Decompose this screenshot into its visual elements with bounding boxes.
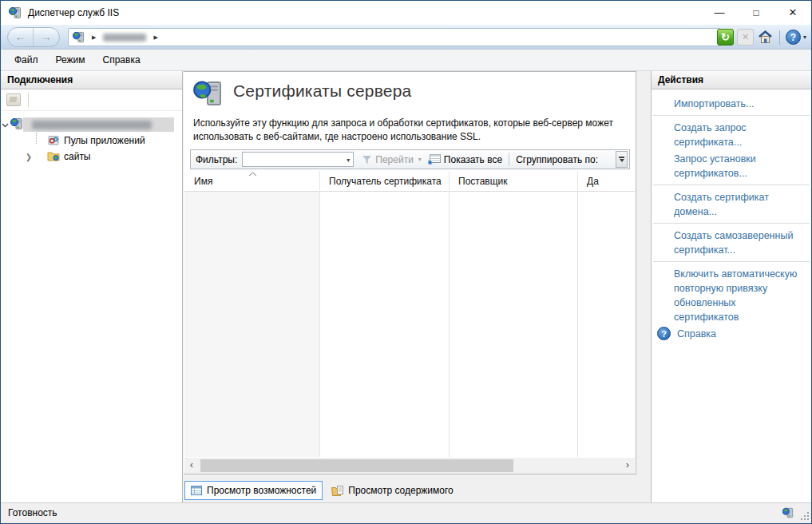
toolbar-separator xyxy=(28,93,29,107)
tree-item-label[interactable]: сайты xyxy=(64,151,91,162)
column-divider xyxy=(319,171,320,457)
column-divider xyxy=(449,171,450,457)
breadcrumb-arrow-icon[interactable]: ▶ xyxy=(153,34,157,41)
help-menu-button[interactable]: ? ▾ xyxy=(786,30,806,45)
forward-button[interactable]: → xyxy=(34,28,59,46)
menu-mode[interactable]: Режим xyxy=(47,50,94,70)
chevron-expanded-icon[interactable] xyxy=(1,119,9,130)
connections-panel: Подключения xyxy=(1,71,183,502)
iis-manager-window: Диспетчер служб IIS — □ ✕ ← → ▶ ▶ ↻ xyxy=(0,0,812,524)
action-help[interactable]: ? Справка xyxy=(652,327,811,342)
tree-item-server[interactable] xyxy=(1,117,182,133)
column-divider xyxy=(577,171,578,457)
help-label[interactable]: Справка xyxy=(677,327,716,342)
status-text: Готовность xyxy=(8,503,57,522)
tree-item-app-pools[interactable]: Пулы приложений xyxy=(1,133,182,149)
back-button[interactable]: ← xyxy=(8,28,34,46)
iis-app-icon xyxy=(9,6,22,19)
scroll-left-arrow-icon[interactable]: ‹ xyxy=(184,458,199,474)
sort-ascending-icon xyxy=(248,172,257,177)
chevron-down-icon[interactable]: ▾ xyxy=(803,34,806,41)
filter-funnel-icon xyxy=(362,155,372,165)
connections-header: Подключения xyxy=(1,71,182,89)
column-header-issued-to[interactable]: Получатель сертификата xyxy=(319,171,449,191)
iis-breadcrumb-icon xyxy=(73,31,85,43)
minimize-button[interactable]: — xyxy=(701,1,738,25)
feature-panel: Сертификаты сервера Используйте эту функ… xyxy=(184,71,636,474)
breadcrumb-arrow-icon: ▶ xyxy=(92,34,96,41)
actions-panel: Действия Импортировать... Создать запрос… xyxy=(651,71,811,502)
action-enable-auto-rebind[interactable]: Включить автоматическую повторную привяз… xyxy=(674,267,803,324)
show-all-label[interactable]: Показать все xyxy=(444,154,502,165)
address-bar[interactable]: ▶ ▶ xyxy=(68,28,721,46)
tab-content-view[interactable]: Просмотр содержимого xyxy=(325,481,459,500)
stop-icon: ✕ xyxy=(737,29,754,46)
tab-label[interactable]: Просмотр возможностей xyxy=(207,485,316,496)
refresh-icon[interactable]: ↻ xyxy=(717,29,734,46)
sites-folder-icon xyxy=(47,149,60,165)
tree-item-label[interactable]: Пулы приложений xyxy=(64,135,145,146)
column-header-date[interactable]: Да xyxy=(577,171,635,191)
connections-tree: Пулы приложений ❯ сайты xyxy=(1,111,182,165)
features-view-icon xyxy=(191,486,202,495)
chevron-down-icon[interactable]: ▾ xyxy=(347,157,350,164)
nav-buttons: ← → xyxy=(7,27,60,47)
iis-server-icon xyxy=(10,117,23,133)
column-header-issued-by[interactable]: Поставщик xyxy=(449,171,577,191)
group-by-label: Сгруппировать по: xyxy=(516,154,598,165)
title-bar: Диспетчер служб IIS — □ ✕ xyxy=(1,1,811,25)
show-all-button[interactable]: Показать все xyxy=(428,154,502,165)
actions-separator xyxy=(653,185,810,185)
feature-description: Используйте эту функцию для запроса и об… xyxy=(193,117,628,144)
actions-separator xyxy=(653,223,810,224)
application-pools-icon xyxy=(47,133,60,149)
server-certificates-icon xyxy=(193,80,225,107)
menu-file[interactable]: Файл xyxy=(6,50,47,70)
toolbar-separator xyxy=(509,153,509,166)
server-name-redacted xyxy=(103,34,146,42)
action-create-certificate-request[interactable]: Создать запрос сертификата... xyxy=(674,121,803,149)
workspace: Подключения xyxy=(1,71,811,502)
sorted-column-shade xyxy=(184,192,319,457)
group-by-dropdown-button[interactable] xyxy=(616,151,628,168)
window-title: Диспетчер служб IIS xyxy=(28,1,119,25)
actions-separator xyxy=(653,115,810,116)
scroll-right-arrow-icon[interactable]: › xyxy=(620,458,635,474)
certificates-table-header: Имя Получатель сертификата Поставщик Да xyxy=(184,171,635,192)
tab-label[interactable]: Просмотр содержимого xyxy=(348,485,453,496)
maximize-button[interactable]: □ xyxy=(738,1,774,25)
menu-help[interactable]: Справка xyxy=(94,50,149,70)
server-label-redacted xyxy=(32,121,152,129)
iis-status-icon xyxy=(782,507,794,518)
go-button: Перейти xyxy=(375,154,414,165)
status-bar: Готовность xyxy=(1,502,811,523)
filter-toolbar: Фильтры: ▾ Перейти ▾ Показать все xyxy=(190,149,630,169)
create-connection-icon xyxy=(6,93,21,106)
help-icon: ? xyxy=(657,327,671,340)
show-all-icon xyxy=(428,154,441,165)
action-import[interactable]: Импортировать... xyxy=(674,97,803,111)
toolbar-separator xyxy=(779,30,780,45)
connections-toolbar xyxy=(1,89,182,111)
horizontal-scrollbar[interactable]: ‹ › xyxy=(184,458,635,474)
close-button[interactable]: ✕ xyxy=(774,1,811,25)
action-complete-certificate-request[interactable]: Запрос установки сертификатов... xyxy=(674,152,803,181)
help-icon[interactable]: ? xyxy=(786,30,801,45)
chevron-collapsed-icon[interactable]: ❯ xyxy=(25,153,33,161)
scrollbar-thumb[interactable] xyxy=(200,459,513,472)
view-tabs: Просмотр возможностей Просмотр содержимо… xyxy=(184,479,460,502)
actions-separator xyxy=(653,261,810,262)
action-create-domain-certificate[interactable]: Создать сертификат домена... xyxy=(674,190,803,219)
tab-features-view[interactable]: Просмотр возможностей xyxy=(184,481,323,500)
tree-item-sites[interactable]: ❯ сайты xyxy=(1,149,182,165)
column-header-name[interactable]: Имя xyxy=(184,171,319,191)
actions-header: Действия xyxy=(652,71,811,89)
resize-grip[interactable] xyxy=(801,512,809,520)
content-view-icon xyxy=(331,486,343,496)
chevron-down-icon: ▾ xyxy=(418,156,422,163)
page-title: Сертификаты сервера xyxy=(233,81,411,101)
action-create-self-signed-certificate[interactable]: Создать самозаверенный сертификат... xyxy=(674,228,803,257)
filter-combobox[interactable]: ▾ xyxy=(242,152,354,167)
menu-bar: Файл Режим Справка xyxy=(1,50,811,71)
home-icon[interactable] xyxy=(757,29,774,46)
